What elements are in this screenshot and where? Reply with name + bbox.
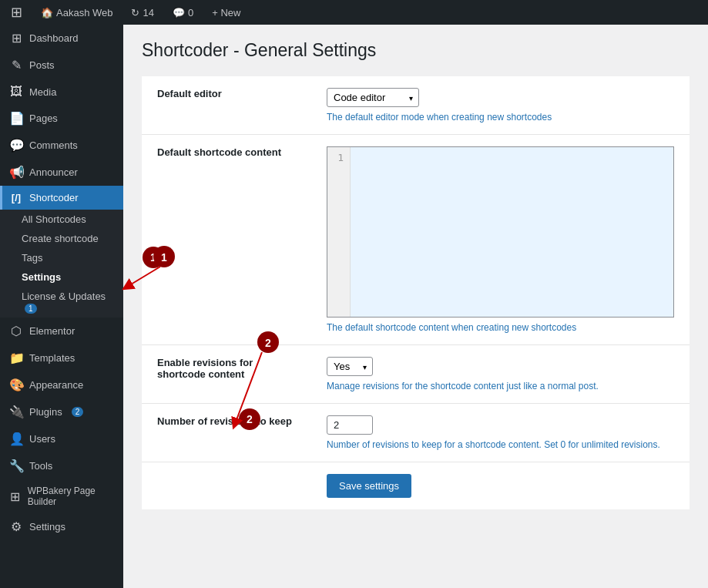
default-editor-label: Default editor xyxy=(142,76,311,135)
sidebar-item-settings[interactable]: ⚙ Settings xyxy=(0,513,123,540)
sidebar-item-dashboard[interactable]: ⊞ Dashboard xyxy=(0,25,123,52)
shortcoder-icon: [/] xyxy=(9,192,23,203)
updates[interactable]: ↻ 14 xyxy=(126,0,158,25)
sidebar-sub-tags[interactable]: Tags xyxy=(0,248,123,267)
line-numbers: 1 xyxy=(327,147,351,317)
sidebar: ⊞ Dashboard ✎ Posts 🖼 Media 📄 Pages 💬 Co… xyxy=(0,25,123,588)
sidebar-item-shortcoder[interactable]: [/] Shortcoder xyxy=(0,186,123,210)
comments[interactable]: 💬 0 xyxy=(168,0,198,25)
sidebar-item-announcer[interactable]: 📢 Announcer xyxy=(0,159,123,186)
default-editor-value: Code editor Visual editor ▾ 1 The defaul… xyxy=(311,76,690,135)
sidebar-item-tools[interactable]: 🔧 Tools xyxy=(0,452,123,479)
default-editor-row: Default editor Code editor Visual editor… xyxy=(142,76,690,135)
default-editor-dropdown[interactable]: Code editor Visual editor xyxy=(327,88,419,107)
sidebar-item-media[interactable]: 🖼 Media xyxy=(0,79,123,105)
default-content-value: 1 The default shortcode content when cre… xyxy=(311,135,690,345)
pages-icon: 📄 xyxy=(9,111,23,126)
sidebar-sub-all-shortcodes[interactable]: All Shortcodes xyxy=(0,210,123,229)
shortcoder-submenu: All Shortcodes Create shortcode Tags Set… xyxy=(0,210,123,318)
top-bar: ⊞ 🏠 Aakash Web ↻ 14 💬 0 + New xyxy=(0,0,708,25)
elementor-icon: ⬡ xyxy=(9,324,23,338)
enable-revisions-hint: Manage revisions for the shortcode conte… xyxy=(327,381,674,391)
default-content-label: Default shortcode content xyxy=(142,135,311,345)
revisions-count-hint: Number of revisions to keep for a shortc… xyxy=(327,439,674,450)
new-content-button[interactable]: + New xyxy=(207,0,245,25)
revisions-count-label: Number of revisions to keep xyxy=(142,404,311,462)
wpbakery-icon: ⊞ xyxy=(9,489,22,504)
sidebar-item-appearance[interactable]: 🎨 Appearance xyxy=(0,371,123,398)
save-label-empty xyxy=(142,462,311,510)
wp-icon: ⊞ xyxy=(11,4,22,21)
enable-revisions-label: Enable revisions for shortcode content xyxy=(142,345,311,404)
sidebar-item-templates[interactable]: 📁 Templates xyxy=(0,344,123,371)
sidebar-item-wpbakery[interactable]: ⊞ WPBakery Page Builder xyxy=(0,479,123,513)
save-row: Save settings xyxy=(142,462,690,510)
code-editor-content[interactable] xyxy=(351,147,673,317)
default-editor-hint: The default editor mode when creating ne… xyxy=(327,112,674,123)
settings-icon: ⚙ xyxy=(9,519,23,534)
tools-icon: 🔧 xyxy=(9,459,23,473)
sidebar-item-comments[interactable]: 💬 Comments xyxy=(0,132,123,159)
comments-icon: 💬 xyxy=(9,138,23,153)
sidebar-item-posts[interactable]: ✎ Posts xyxy=(0,52,123,79)
sidebar-item-plugins[interactable]: 🔌 Plugins 2 xyxy=(0,398,123,425)
plugins-icon: 🔌 xyxy=(9,405,23,419)
revisions-count-row: Number of revisions to keep Number of re… xyxy=(142,404,690,462)
templates-icon: 📁 xyxy=(9,351,23,365)
announcer-icon: 📢 xyxy=(9,165,23,180)
sidebar-sub-settings[interactable]: Settings xyxy=(0,267,123,287)
refresh-icon: ↻ xyxy=(131,7,139,18)
site-name[interactable]: 🏠 Aakash Web xyxy=(36,0,117,25)
enable-revisions-dropdown[interactable]: Yes No xyxy=(327,357,373,376)
settings-table: Default editor Code editor Visual editor… xyxy=(142,76,690,509)
media-icon: 🖼 xyxy=(9,85,23,99)
page-title: Shortcoder - General Settings xyxy=(142,40,690,61)
sidebar-item-users[interactable]: 👤 Users xyxy=(0,425,123,452)
posts-icon: ✎ xyxy=(9,58,23,72)
wp-logo[interactable]: ⊞ xyxy=(6,0,27,25)
save-value-cell: Save settings xyxy=(311,462,690,510)
default-content-row: Default shortcode content 1 The default … xyxy=(142,135,690,345)
appearance-icon: 🎨 xyxy=(9,378,23,392)
annotation-circle-2: 2 xyxy=(239,408,260,430)
home-icon: 🏠 xyxy=(41,7,53,18)
comment-icon: 💬 xyxy=(173,7,185,18)
main-content: Shortcoder - General Settings Default ed… xyxy=(123,25,708,588)
license-badge: 1 xyxy=(25,304,37,314)
code-editor-wrapper: 1 xyxy=(327,146,674,318)
save-settings-button[interactable]: Save settings xyxy=(327,474,411,498)
enable-revisions-row: Enable revisions for shortcode content 2… xyxy=(142,345,690,404)
annotation-circle-1: 1 xyxy=(143,247,164,268)
revisions-count-input[interactable] xyxy=(327,415,373,435)
dashboard-icon: ⊞ xyxy=(9,31,23,45)
users-icon: 👤 xyxy=(9,432,23,446)
plugins-badge: 2 xyxy=(72,407,84,417)
sidebar-sub-license[interactable]: License & Updates 1 xyxy=(0,287,123,318)
sidebar-item-elementor[interactable]: ⬡ Elementor xyxy=(0,318,123,344)
sidebar-sub-create-shortcode[interactable]: Create shortcode xyxy=(0,229,123,248)
revisions-count-value: Number of revisions to keep for a shortc… xyxy=(311,404,690,462)
sidebar-item-pages[interactable]: 📄 Pages xyxy=(0,105,123,132)
default-content-hint: The default shortcode content when creat… xyxy=(327,322,674,333)
enable-revisions-value: 2 Yes No ▾ Manage revisions for the shor… xyxy=(311,345,690,404)
